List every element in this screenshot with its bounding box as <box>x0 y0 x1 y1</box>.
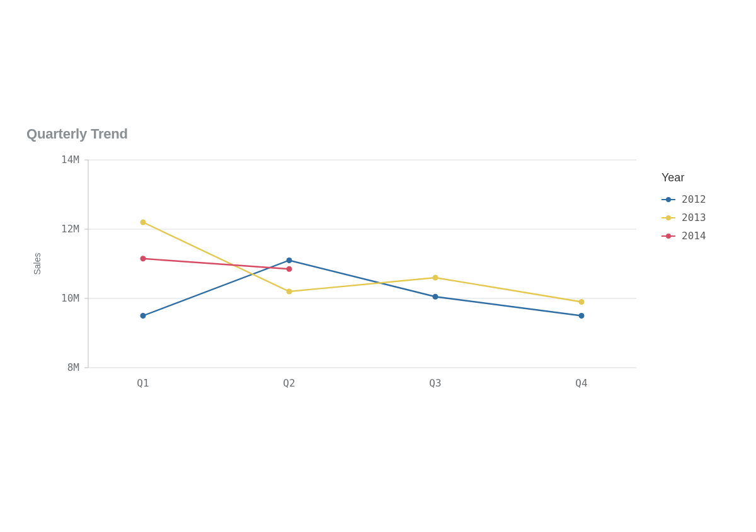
y-tick-label: 8M <box>67 361 79 373</box>
y-tick-label: 10M <box>61 292 79 304</box>
y-tick-label: 12M <box>61 223 79 235</box>
data-point[interactable] <box>140 256 146 261</box>
legend-item-2014[interactable]: 2014 <box>662 230 706 242</box>
series-line-2014 <box>143 259 289 269</box>
series-line-2013 <box>143 222 581 302</box>
series-line-2012 <box>143 261 581 316</box>
data-point[interactable] <box>140 313 146 319</box>
legend: Year 201220132014 <box>662 154 706 248</box>
x-tick-label: Q1 <box>137 377 149 389</box>
legend-item-label: 2012 <box>682 193 706 205</box>
data-point[interactable] <box>287 289 292 295</box>
legend-marker-icon <box>662 215 675 221</box>
data-point[interactable] <box>140 220 146 225</box>
data-point[interactable] <box>433 294 438 300</box>
chart-title: Quarterly Trend <box>26 126 731 142</box>
data-point[interactable] <box>433 275 438 281</box>
chart-plot-area: 8M10M12M14MSalesQ1Q2Q3Q4 <box>25 154 649 399</box>
data-point[interactable] <box>579 313 585 319</box>
x-tick-label: Q4 <box>575 377 587 389</box>
legend-item-label: 2013 <box>682 212 706 224</box>
y-axis-title: Sales <box>32 252 42 274</box>
data-point[interactable] <box>579 299 585 305</box>
x-tick-label: Q2 <box>283 377 295 389</box>
legend-marker-icon <box>662 233 675 239</box>
legend-item-2013[interactable]: 2013 <box>662 212 706 224</box>
x-tick-label: Q3 <box>429 377 441 389</box>
legend-item-label: 2014 <box>682 230 706 242</box>
y-tick-label: 14M <box>61 154 79 166</box>
data-point[interactable] <box>287 266 292 272</box>
legend-marker-icon <box>662 196 675 203</box>
legend-title: Year <box>662 171 706 184</box>
data-point[interactable] <box>287 258 292 263</box>
quarterly-trend-chart: Quarterly Trend 8M10M12M14MSalesQ1Q2Q3Q4… <box>25 126 731 399</box>
legend-item-2012[interactable]: 2012 <box>662 193 706 205</box>
